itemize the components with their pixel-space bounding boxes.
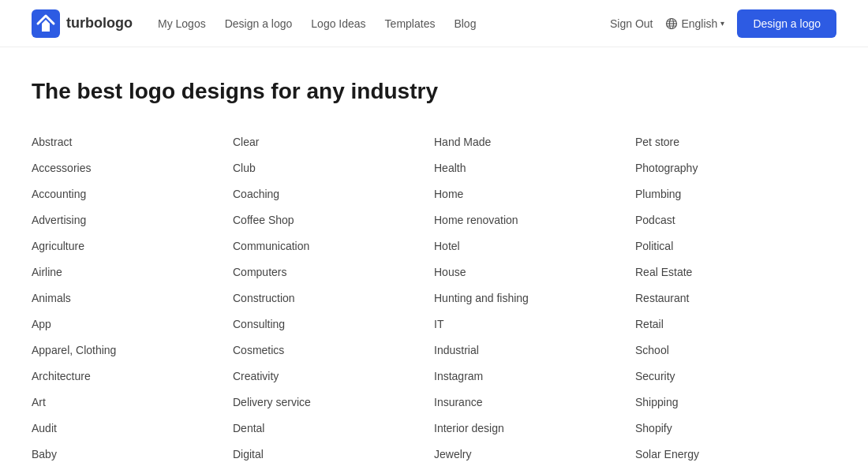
industry-link[interactable]: Interior design <box>434 416 635 442</box>
industry-link[interactable]: Jewelry <box>434 442 635 466</box>
logo-text: turbologo <box>66 15 133 32</box>
industry-link[interactable]: Abstract <box>32 129 233 155</box>
logo-link[interactable]: turbologo <box>32 9 133 38</box>
industry-link[interactable]: Construction <box>233 285 434 311</box>
industry-link[interactable]: School <box>635 337 836 363</box>
page-title: The best logo designs for any industry <box>32 79 836 104</box>
industry-link[interactable]: Dental <box>233 416 434 442</box>
industry-link[interactable]: Real Estate <box>635 259 836 285</box>
industry-link[interactable]: Coaching <box>233 181 434 207</box>
industry-link[interactable]: Accounting <box>32 181 233 207</box>
industry-link[interactable]: Shipping <box>635 390 836 416</box>
industry-link[interactable]: Home <box>434 181 635 207</box>
industry-link[interactable]: Architecture <box>32 363 233 390</box>
design-logo-button[interactable]: Design a logo <box>737 9 836 38</box>
industry-link[interactable]: House <box>434 259 635 285</box>
industry-link[interactable]: Digital <box>233 442 434 466</box>
logo-icon <box>32 9 60 38</box>
language-label: English <box>681 17 717 30</box>
site-header: turbologo My Logos Design a logo Logo Id… <box>0 0 868 47</box>
industry-link[interactable]: Hand Made <box>434 129 635 155</box>
industry-link[interactable]: Agriculture <box>32 233 233 259</box>
industry-link[interactable]: Hunting and fishing <box>434 285 635 311</box>
industry-link[interactable]: Apparel, Clothing <box>32 337 233 363</box>
industry-column-0: AbstractAccessoriesAccountingAdvertising… <box>32 129 233 466</box>
industry-link[interactable]: Computers <box>233 259 434 285</box>
industry-link[interactable]: Cosmetics <box>233 337 434 363</box>
industry-link[interactable]: Consulting <box>233 311 434 337</box>
industry-link[interactable]: Baby <box>32 442 233 466</box>
industry-link[interactable]: Podcast <box>635 207 836 233</box>
industry-link[interactable]: Club <box>233 155 434 181</box>
globe-icon <box>665 17 678 30</box>
language-button[interactable]: English ▾ <box>665 17 724 30</box>
industry-link[interactable]: Health <box>434 155 635 181</box>
industry-link[interactable]: Delivery service <box>233 390 434 416</box>
main-content: The best logo designs for any industry A… <box>0 47 868 466</box>
industry-column-3: Pet storePhotographyPlumbingPodcastPolit… <box>635 129 836 466</box>
industry-link[interactable]: Animals <box>32 285 233 311</box>
industry-link[interactable]: Coffee Shop <box>233 207 434 233</box>
industry-column-2: Hand MadeHealthHomeHome renovationHotelH… <box>434 129 635 466</box>
industry-column-1: ClearClubCoachingCoffee ShopCommunicatio… <box>233 129 434 466</box>
industry-link[interactable]: Retail <box>635 311 836 337</box>
industry-link[interactable]: Photography <box>635 155 836 181</box>
industry-link[interactable]: Pet store <box>635 129 836 155</box>
industry-link[interactable]: Plumbing <box>635 181 836 207</box>
industry-link[interactable]: Insurance <box>434 390 635 416</box>
sign-out-button[interactable]: Sign Out <box>610 17 653 30</box>
header-right: Sign Out English ▾ Design a logo <box>610 9 836 38</box>
industry-link[interactable]: Communication <box>233 233 434 259</box>
main-nav: My Logos Design a logo Logo Ideas Templa… <box>158 17 476 30</box>
industry-link[interactable]: Clear <box>233 129 434 155</box>
industry-link[interactable]: Security <box>635 363 836 390</box>
industry-link[interactable]: Art <box>32 390 233 416</box>
industry-link[interactable]: Political <box>635 233 836 259</box>
industry-link[interactable]: Home renovation <box>434 207 635 233</box>
chevron-down-icon: ▾ <box>720 19 724 28</box>
industry-link[interactable]: App <box>32 311 233 337</box>
industry-link[interactable]: Audit <box>32 416 233 442</box>
nav-templates[interactable]: Templates <box>385 17 436 30</box>
industry-link[interactable]: Advertising <box>32 207 233 233</box>
nav-blog[interactable]: Blog <box>454 17 476 30</box>
industry-link[interactable]: Airline <box>32 259 233 285</box>
industry-link[interactable]: Accessories <box>32 155 233 181</box>
industry-link[interactable]: Shopify <box>635 416 836 442</box>
header-left: turbologo My Logos Design a logo Logo Id… <box>32 9 476 38</box>
industry-link[interactable]: Instagram <box>434 363 635 390</box>
industry-link[interactable]: Solar Energy <box>635 442 836 466</box>
industry-link[interactable]: Hotel <box>434 233 635 259</box>
industry-link[interactable]: Creativity <box>233 363 434 390</box>
industry-grid: AbstractAccessoriesAccountingAdvertising… <box>32 129 836 466</box>
industry-link[interactable]: Restaurant <box>635 285 836 311</box>
nav-logo-ideas[interactable]: Logo Ideas <box>311 17 365 30</box>
nav-design-logo[interactable]: Design a logo <box>225 17 293 30</box>
industry-link[interactable]: Industrial <box>434 337 635 363</box>
industry-link[interactable]: IT <box>434 311 635 337</box>
nav-my-logos[interactable]: My Logos <box>158 17 206 30</box>
